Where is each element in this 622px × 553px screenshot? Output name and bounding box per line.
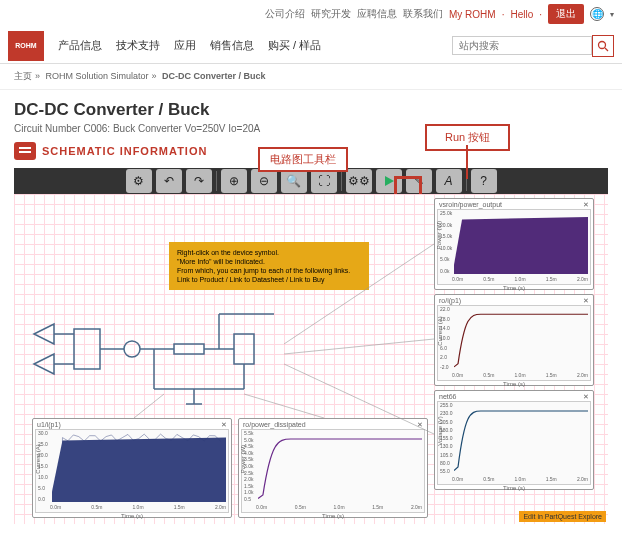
nav-applications[interactable]: 应用	[174, 38, 196, 53]
nav-rd[interactable]: 研究开发	[311, 7, 351, 21]
chart-xlabel: Time (s)	[437, 485, 591, 491]
rohm-logo[interactable]: ROHM	[8, 31, 44, 61]
svg-rect-8	[74, 329, 100, 369]
magnifier-icon: 🔍	[286, 174, 301, 188]
schematic-canvas[interactable]: Right-click on the device symbol. "More …	[14, 194, 608, 524]
svg-marker-3	[385, 176, 394, 186]
chart-title-text: ro/i(p1)	[439, 297, 461, 305]
redo-button[interactable]: ↷	[186, 169, 212, 193]
svg-point-0	[599, 41, 606, 48]
chart-xlabel: Time (s)	[241, 513, 425, 519]
undo-icon: ↶	[164, 174, 174, 188]
chart-title-text: net66	[439, 393, 457, 401]
gear-icon: ⚙	[133, 174, 144, 188]
help-icon: ?	[480, 174, 487, 188]
play-icon	[383, 175, 395, 187]
nav-sales[interactable]: 销售信息	[210, 38, 254, 53]
chart-power-output[interactable]: vsroin/power_output✕ Power (W) 25.0k20.0…	[434, 198, 594, 290]
zoom-out-icon: ⊖	[259, 174, 269, 188]
hello-text: Hello	[510, 9, 533, 20]
chart-xlabel: Time (s)	[437, 285, 591, 291]
zoom-out-button[interactable]: ⊖	[251, 169, 277, 193]
circuit-schematic	[24, 294, 284, 414]
chart-close-icon[interactable]: ✕	[221, 421, 227, 429]
svg-rect-12	[174, 344, 204, 354]
chart-ro-power[interactable]: ro/power_dissipated✕ Power (W) 5.5k5.0k4…	[238, 418, 428, 518]
chart-xlabel: Time (s)	[35, 513, 229, 519]
help-button[interactable]: ?	[471, 169, 497, 193]
text-button[interactable]: A	[436, 169, 462, 193]
zoom-in-button[interactable]: ⊕	[221, 169, 247, 193]
svg-line-23	[284, 339, 434, 354]
zoom-fit-button[interactable]: ⛶	[311, 169, 337, 193]
search-icon	[597, 40, 609, 52]
nav-support[interactable]: 技术支持	[116, 38, 160, 53]
svg-point-10	[124, 341, 140, 357]
undo-button[interactable]: ↶	[156, 169, 182, 193]
breadcrumb: 主页» ROHM Solution Simulator» DC-DC Conve…	[0, 64, 622, 90]
zoom-selection-button[interactable]: 🔍	[281, 169, 307, 193]
nav-contact[interactable]: 联系我们	[403, 7, 443, 21]
fit-icon: ⛶	[318, 174, 330, 188]
text-icon: A	[444, 174, 452, 188]
chart-close-icon[interactable]: ✕	[583, 297, 589, 305]
chart-u1-current[interactable]: u1/i(p1)✕ Current (A) 30.025.020.015.010…	[32, 418, 232, 518]
schematic-info-label: SCHEMATIC INFORMATION	[42, 145, 207, 157]
chart-title-text: vsroin/power_output	[439, 201, 502, 209]
chart-xlabel: Time (s)	[437, 381, 591, 387]
info-line-2: "More Info" will be indicated.	[177, 257, 361, 266]
svg-marker-4	[34, 324, 54, 344]
svg-line-1	[605, 48, 608, 51]
nav-company[interactable]: 公司介绍	[265, 7, 305, 21]
chart-net66[interactable]: net66✕ Voltage (V) 255.0230.0205.0180.01…	[434, 390, 594, 490]
chart-title-text: ro/power_dissipated	[243, 421, 306, 429]
info-line-1: Right-click on the device symbol.	[177, 248, 361, 257]
document-icon	[14, 142, 36, 160]
main-nav: ROHM 产品信息 技术支持 应用 销售信息 购买 / 样品	[0, 28, 622, 64]
svg-marker-5	[34, 354, 54, 374]
globe-icon[interactable]: 🌐	[590, 7, 604, 21]
page-title: DC-DC Converter / Buck	[14, 100, 608, 120]
chart-close-icon[interactable]: ✕	[417, 421, 423, 429]
toolbar-annotation: 电路图工具栏	[258, 147, 348, 172]
nav-buy-sample[interactable]: 购买 / 样品	[268, 38, 321, 53]
page-subtitle: Circuit Number C006: Buck Converter Vo=2…	[14, 123, 608, 134]
language-dropdown-icon[interactable]: ▾	[610, 10, 614, 19]
options-button[interactable]: ⚙⚙	[346, 169, 372, 193]
zoom-in-icon: ⊕	[229, 174, 239, 188]
run-annotation: Run 按钮	[425, 124, 510, 151]
search-input[interactable]	[452, 36, 592, 55]
breadcrumb-simulator[interactable]: ROHM Solution Simulator	[46, 71, 149, 81]
gears-icon: ⚙⚙	[348, 174, 370, 188]
edit-partquest-button[interactable]: Edit in PartQuest Explore	[519, 511, 606, 522]
nav-careers[interactable]: 应聘信息	[357, 7, 397, 21]
nav-products[interactable]: 产品信息	[58, 38, 102, 53]
settings-button[interactable]: ⚙	[126, 169, 152, 193]
breadcrumb-home[interactable]: 主页	[14, 71, 32, 81]
nav-myrohm[interactable]: My ROHM	[449, 9, 496, 20]
chart-ro-current[interactable]: ro/i(p1)✕ Current (A) 22.018.014.010.06.…	[434, 294, 594, 386]
search-button[interactable]	[592, 35, 614, 57]
chart-close-icon[interactable]: ✕	[583, 201, 589, 209]
schematic-info-link[interactable]: SCHEMATIC INFORMATION	[14, 142, 207, 160]
info-line-4: Link to Product / Link to Datasheet / Li…	[177, 275, 361, 284]
redo-icon: ↷	[194, 174, 204, 188]
info-tooltip: Right-click on the device symbol. "More …	[169, 242, 369, 290]
svg-rect-14	[234, 334, 254, 364]
chart-close-icon[interactable]: ✕	[583, 393, 589, 401]
info-line-3: From which, you can jump to each of the …	[177, 266, 361, 275]
top-nav: 公司介绍 研究开发 应聘信息 联系我们 My ROHM · Hello · 退出…	[0, 0, 622, 28]
breadcrumb-current: DC-DC Converter / Buck	[162, 71, 266, 81]
logout-button[interactable]: 退出	[548, 4, 584, 24]
chart-title-text: u1/i(p1)	[37, 421, 61, 429]
